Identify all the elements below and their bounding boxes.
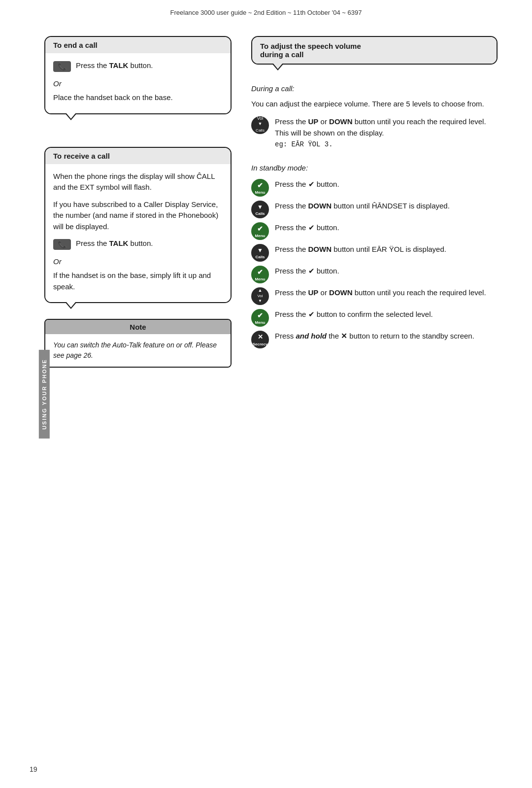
secrecy-btn: ✕ Secrecy xyxy=(251,331,269,348)
vol-button-row-during: Vol ▼ Calls Press the UP or DOWN button … xyxy=(251,116,498,150)
down-btn-1: ▼ Calls xyxy=(251,201,269,218)
standby-step1: ✔ Menu Press the ✔ button. xyxy=(251,179,498,197)
menu-btn-3: ✔ Menu xyxy=(251,266,269,283)
end-call-or1: Or xyxy=(53,78,223,90)
standby-step3: ✔ Menu Press the ✔ button. xyxy=(251,222,498,240)
up-bold-s: UP xyxy=(308,288,319,297)
vol-btn-during: Vol ▼ Calls xyxy=(251,116,269,134)
standby-step1-text: Press the ✔ button. xyxy=(275,179,498,190)
adjust-heading-line1: To adjust the speech volume xyxy=(260,42,361,50)
menu-label-1: Menu xyxy=(255,191,266,195)
menu-label-3: Menu xyxy=(255,277,266,281)
note-heading: Note xyxy=(45,320,231,334)
note-box: Note You can switch the Auto-Talk featur… xyxy=(44,319,232,368)
receive-call-para2: If you have subscribed to a Caller Displ… xyxy=(53,199,223,233)
vol-s-bot: ▼ xyxy=(258,298,262,304)
menu-btn-2: ✔ Menu xyxy=(251,222,269,240)
standby-step8: ✕ Secrecy Press and hold the ✕ button to… xyxy=(251,331,498,348)
receive-call-para1: When the phone rings the display will sh… xyxy=(53,171,223,193)
receive-call-step3: If the handset is on the base, simply li… xyxy=(53,270,223,292)
standby-step3-text: Press the ✔ button. xyxy=(275,222,498,234)
standby-step7: ✔ Menu Press the ✔ button to confirm the… xyxy=(251,309,498,327)
adjust-volume-heading: To adjust the speech volume during a cal… xyxy=(252,37,497,64)
end-call-body: 📞 Press the TALK button. Or Place the ha… xyxy=(45,53,231,113)
vol-example: eg: EĀR ŸOL 3. xyxy=(275,140,333,148)
menu-btn-4: ✔ Menu xyxy=(251,309,269,327)
vol-btn-standby: ▲ Vol ▼ xyxy=(251,287,269,305)
receive-call-step1: Press the TALK button. xyxy=(76,238,153,249)
receive-talk-bold: TALK xyxy=(109,239,129,247)
standby-step2: ▼ Calls Press the DOWN button until ĤĀND… xyxy=(251,201,498,218)
menu-label-4: Menu xyxy=(255,321,266,325)
standby-step4-text: Press the DOWN button until EĀR ŸOL is d… xyxy=(275,244,498,255)
end-call-talk-bold: TALK xyxy=(109,61,129,69)
standby-step5: ✔ Menu Press the ✔ button. xyxy=(251,266,498,283)
check-symbol-3: ✔ xyxy=(308,267,315,275)
standby-step6-text: Press the UP or DOWN button until you re… xyxy=(275,287,498,299)
up-bold: UP xyxy=(308,117,319,126)
down-btn-2: ▼ Calls xyxy=(251,244,269,262)
page-header: Freelance 3000 user guide ~ 2nd Edition … xyxy=(0,0,532,21)
down-bold-2: DOWN xyxy=(308,245,332,253)
vol-step-text: Press the UP or DOWN button until you re… xyxy=(275,116,498,150)
calls-label-2: Calls xyxy=(255,255,265,259)
vol-icon-arrow: ▼ xyxy=(258,121,263,128)
standby-heading: In standby mode: xyxy=(251,163,498,174)
down-bold-s: DOWN xyxy=(329,288,353,297)
end-call-box: To end a call 📞 Press the TALK button. O… xyxy=(44,36,232,114)
note-body: You can switch the Auto-Talk feature on … xyxy=(45,334,231,367)
receive-call-box: To receive a call When the phone rings t… xyxy=(44,147,232,304)
check-symbol-2: ✔ xyxy=(308,223,315,232)
calls-label-1: Calls xyxy=(255,212,265,216)
receive-call-or: Or xyxy=(53,256,223,268)
phone-icon-receive: 📞 xyxy=(53,239,71,250)
check-icon-4: ✔ xyxy=(257,310,263,321)
standby-step2-text: Press the DOWN button until ĤĀNDSET is d… xyxy=(275,201,498,212)
x-icon-symbol: ✕ xyxy=(258,332,263,342)
standby-step8-text: Press and hold the ✕ button to return to… xyxy=(275,331,498,342)
standby-step6: ▲ Vol ▼ Press the UP or DOWN button unti… xyxy=(251,287,498,305)
check-icon-2: ✔ xyxy=(257,224,263,235)
standby-step5-text: Press the ✔ button. xyxy=(275,266,498,277)
and-hold-italic: and hold xyxy=(296,332,327,340)
vol-icon-bottom: Calls xyxy=(256,128,265,134)
menu-label-2: Menu xyxy=(255,234,266,238)
standby-step7-text: Press the ✔ button to confirm the select… xyxy=(275,309,498,320)
vol-s-label: Vol xyxy=(257,294,263,298)
right-body-content: During a call: You can adjust the earpie… xyxy=(251,75,498,352)
down-icon-2: ▼ xyxy=(257,246,263,255)
check-icon-3: ✔ xyxy=(257,267,263,278)
end-call-step3: Place the handset back on the base. xyxy=(53,92,223,103)
right-column: To adjust the speech volume during a cal… xyxy=(251,36,498,368)
phone-glyph-receive: 📞 xyxy=(58,240,67,249)
page-number: 19 xyxy=(30,765,37,773)
receive-call-body: When the phone rings the display will sh… xyxy=(45,164,231,303)
standby-step4: ▼ Calls Press the DOWN button until EĀR … xyxy=(251,244,498,262)
vol-s-top: ▲ xyxy=(258,287,263,294)
receive-call-heading: To receive a call xyxy=(45,148,231,164)
end-call-step1: Press the TALK button. xyxy=(76,60,153,71)
check-symbol-4: ✔ xyxy=(308,310,315,318)
check-icon-1: ✔ xyxy=(257,180,263,191)
check-symbol-1: ✔ xyxy=(308,180,315,188)
menu-btn-1: ✔ Menu xyxy=(251,179,269,197)
end-call-heading: To end a call xyxy=(45,37,231,53)
adjust-volume-box: To adjust the speech volume during a cal… xyxy=(251,36,498,65)
secrecy-label: Secrecy xyxy=(253,343,268,346)
side-tab: USING YOUR PHONE xyxy=(39,350,50,439)
x-bold: ✕ xyxy=(341,332,347,340)
vol-icon-top: Vol xyxy=(257,116,264,121)
phone-icon-end: 📞 xyxy=(53,61,71,72)
during-call-body: You can adjust the earpiece volume. Ther… xyxy=(251,99,498,110)
down-icon-1: ▼ xyxy=(257,203,263,212)
during-call-heading: During a call: xyxy=(251,83,498,95)
down-bold-1: DOWN xyxy=(308,202,332,210)
adjust-heading-line2: during a call xyxy=(260,50,303,59)
down-bold: DOWN xyxy=(329,117,353,126)
left-column: To end a call 📞 Press the TALK button. O… xyxy=(44,36,232,368)
phone-glyph-end: 📞 xyxy=(58,62,67,71)
